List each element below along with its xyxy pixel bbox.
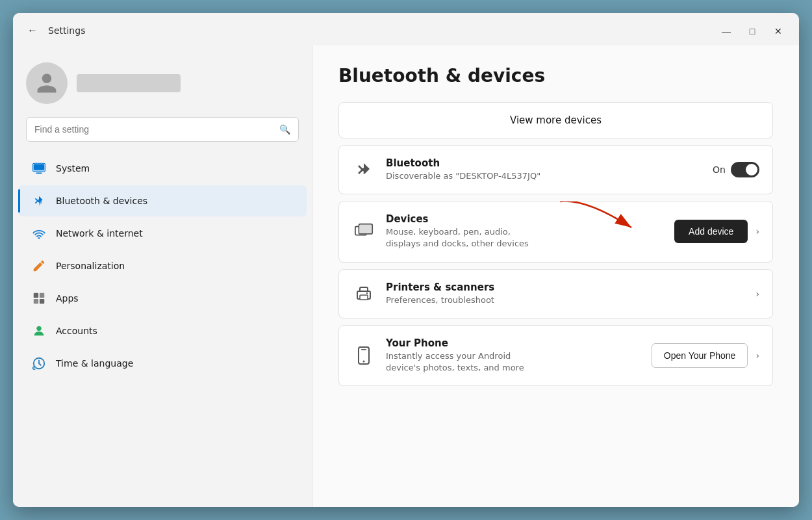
maximize-button[interactable]: □ [742,22,763,40]
devices-card-subtitle: Mouse, keyboard, pen, audio, displays an… [386,226,664,250]
right-panel: Bluetooth & devices View more devices [312,46,799,507]
network-icon [31,226,47,241]
sidebar-item-network-label: Network & internet [56,228,143,239]
svg-text:W: W [33,367,36,370]
svg-rect-18 [360,295,368,300]
devices-card-title: Devices [386,213,664,225]
sidebar-item-apps[interactable]: Apps [18,283,307,314]
bluetooth-card-subtitle: Discoverable as "DESKTOP-4L537JQ" [386,170,702,182]
svg-rect-8 [40,299,44,304]
bluetooth-status-label: On [713,164,726,175]
bluetooth-icon [31,193,47,209]
bluetooth-card[interactable]: Bluetooth Discoverable as "DESKTOP-4L537… [338,145,773,194]
devices-card-text: Devices Mouse, keyboard, pen, audio, dis… [386,213,664,250]
svg-point-19 [366,292,368,293]
bluetooth-toggle[interactable] [731,162,759,177]
svg-point-9 [36,326,41,331]
minimize-button[interactable]: — [716,22,737,40]
svg-rect-7 [34,299,38,304]
bluetooth-card-icon [352,158,375,181]
devices-card[interactable]: Devices Mouse, keyboard, pen, audio, dis… [338,201,773,262]
sidebar-item-apps-label: Apps [56,293,79,304]
your-phone-row[interactable]: Your Phone Instantly access your Android… [339,326,772,385]
user-icon [35,72,58,95]
devices-card-icon [352,220,375,243]
devices-chevron-icon: › [755,226,759,237]
printers-card-title: Printers & scanners [386,281,745,293]
svg-rect-1 [36,172,42,174]
settings-window: ← Settings — □ ✕ 🔍 [13,13,799,507]
svg-rect-22 [361,349,366,350]
printers-card-icon [352,282,375,306]
bluetooth-toggle-container: On [713,162,759,177]
open-your-phone-button[interactable]: Open Your Phone [652,343,748,368]
add-device-button[interactable]: Add device [674,220,748,243]
devices-row[interactable]: Devices Mouse, keyboard, pen, audio, dis… [339,202,772,261]
sidebar-item-network[interactable]: Network & internet [18,218,307,249]
sidebar-item-accounts[interactable]: Accounts [18,315,307,346]
svg-rect-3 [34,164,45,170]
view-more-devices-card[interactable]: View more devices [338,102,773,138]
user-name-placeholder [77,74,181,92]
close-button[interactable]: ✕ [768,22,789,40]
your-phone-card-subtitle: Instantly access your Android device's p… [386,350,641,374]
printers-card-text: Printers & scanners Preferences, trouble… [386,281,745,306]
svg-point-21 [363,360,365,362]
back-button[interactable]: ← [23,22,42,39]
time-icon: W [31,356,47,371]
your-phone-card-text: Your Phone Instantly access your Android… [386,337,641,374]
apps-icon [31,291,47,306]
your-phone-chevron-icon: › [755,350,759,361]
main-content: 🔍 System Bluetooth & devi [13,46,799,507]
sidebar-item-personalization-label: Personalization [56,261,125,271]
sidebar-item-time[interactable]: W Time & language [18,348,307,379]
sidebar-item-accounts-label: Accounts [56,326,97,336]
svg-rect-16 [359,225,372,233]
page-title: Bluetooth & devices [338,65,773,86]
search-input[interactable] [34,124,279,135]
printers-card-right: › [755,289,759,299]
sidebar-item-personalization[interactable]: Personalization [18,250,307,281]
svg-point-4 [38,237,40,239]
bluetooth-row[interactable]: Bluetooth Discoverable as "DESKTOP-4L537… [339,146,772,194]
sidebar-item-system[interactable]: System [18,153,307,184]
printers-card-subtitle: Preferences, troubleshoot [386,294,745,306]
window-title: Settings [48,25,85,36]
your-phone-card-icon [352,344,375,367]
printers-chevron-icon: › [755,289,759,299]
bluetooth-card-title: Bluetooth [386,157,702,169]
sidebar-item-bluetooth[interactable]: Bluetooth & devices [18,185,307,216]
user-section [13,52,312,117]
sidebar-item-bluetooth-label: Bluetooth & devices [56,196,147,206]
view-more-devices-row[interactable]: View more devices [339,103,772,138]
system-icon [31,161,47,176]
window-controls: — □ ✕ [716,22,789,40]
search-icon: 🔍 [279,124,290,135]
sidebar-item-time-label: Time & language [56,358,133,369]
search-box[interactable]: 🔍 [26,117,299,142]
svg-rect-5 [34,293,38,298]
printers-card[interactable]: Printers & scanners Preferences, trouble… [338,269,773,318]
printers-row[interactable]: Printers & scanners Preferences, trouble… [339,270,772,318]
avatar [26,62,68,104]
your-phone-card[interactable]: Your Phone Instantly access your Android… [338,325,773,386]
sidebar: 🔍 System Bluetooth & devi [13,46,312,507]
your-phone-card-title: Your Phone [386,337,641,349]
your-phone-card-right: Open Your Phone › [652,343,759,368]
view-more-devices-label: View more devices [510,114,602,126]
svg-rect-6 [40,293,44,298]
personalization-icon [31,258,47,274]
devices-card-right: Add device › [674,220,759,243]
accounts-icon [31,323,47,339]
bluetooth-card-text: Bluetooth Discoverable as "DESKTOP-4L537… [386,157,702,182]
titlebar: ← Settings — □ ✕ [13,13,799,46]
sidebar-item-system-label: System [56,163,90,174]
bluetooth-card-right: On [713,162,759,177]
